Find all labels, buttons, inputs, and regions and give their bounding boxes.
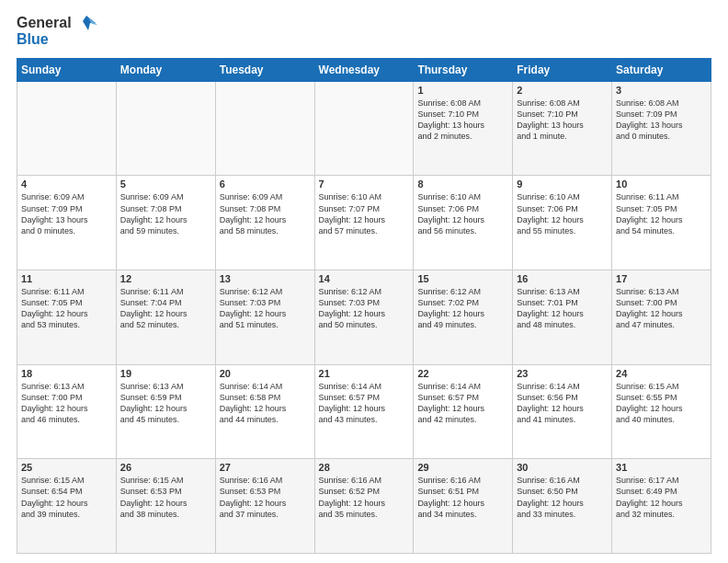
day-number: 30	[517, 462, 608, 473]
day-info: Sunrise: 6:11 AMSunset: 7:05 PMDaylight:…	[616, 192, 683, 235]
calendar-cell: 21Sunrise: 6:14 AMSunset: 6:57 PMDayligh…	[314, 364, 414, 459]
day-info: Sunrise: 6:10 AMSunset: 7:07 PMDaylight:…	[319, 192, 386, 235]
col-tuesday: Tuesday	[215, 58, 314, 81]
day-info: Sunrise: 6:09 AMSunset: 7:08 PMDaylight:…	[220, 192, 287, 235]
calendar-cell: 18Sunrise: 6:13 AMSunset: 7:00 PMDayligh…	[17, 364, 117, 459]
day-info: Sunrise: 6:08 AMSunset: 7:10 PMDaylight:…	[417, 98, 484, 141]
calendar-cell: 22Sunrise: 6:14 AMSunset: 6:57 PMDayligh…	[414, 364, 513, 459]
logo: General Blue	[17, 15, 99, 49]
day-number: 23	[517, 368, 608, 379]
col-thursday: Thursday	[414, 58, 513, 81]
col-saturday: Saturday	[612, 58, 711, 81]
day-info: Sunrise: 6:11 AMSunset: 7:04 PMDaylight:…	[120, 287, 188, 329]
day-number: 26	[120, 462, 211, 473]
day-info: Sunrise: 6:08 AMSunset: 7:09 PMDaylight:…	[616, 98, 683, 141]
calendar-cell: 31Sunrise: 6:17 AMSunset: 6:49 PMDayligh…	[612, 459, 711, 554]
week-row-5: 25Sunrise: 6:15 AMSunset: 6:54 PMDayligh…	[17, 459, 711, 554]
day-number: 20	[220, 368, 311, 379]
day-info: Sunrise: 6:10 AMSunset: 7:06 PMDaylight:…	[417, 192, 484, 235]
day-info: Sunrise: 6:08 AMSunset: 7:10 PMDaylight:…	[517, 98, 584, 141]
col-wednesday: Wednesday	[314, 58, 414, 81]
calendar-cell: 10Sunrise: 6:11 AMSunset: 7:05 PMDayligh…	[612, 176, 711, 270]
day-info: Sunrise: 6:12 AMSunset: 7:02 PMDaylight:…	[417, 287, 484, 329]
day-info: Sunrise: 6:16 AMSunset: 6:53 PMDaylight:…	[220, 476, 287, 518]
calendar-cell: 28Sunrise: 6:16 AMSunset: 6:52 PMDayligh…	[314, 459, 414, 554]
day-number: 6	[220, 178, 311, 190]
day-number: 28	[319, 462, 410, 473]
calendar-cell: 2Sunrise: 6:08 AMSunset: 7:10 PMDaylight…	[513, 81, 612, 176]
calendar-cell	[215, 81, 314, 176]
calendar-cell: 27Sunrise: 6:16 AMSunset: 6:53 PMDayligh…	[215, 459, 314, 554]
page: General Blue Sunday Monday Tuesday Wedne…	[0, 0, 728, 563]
day-number: 13	[220, 273, 311, 284]
calendar-cell: 1Sunrise: 6:08 AMSunset: 7:10 PMDaylight…	[414, 81, 513, 176]
day-number: 5	[120, 178, 211, 190]
calendar-cell: 23Sunrise: 6:14 AMSunset: 6:56 PMDayligh…	[513, 364, 612, 459]
day-number: 18	[21, 368, 112, 379]
day-number: 21	[319, 368, 410, 379]
calendar-cell: 7Sunrise: 6:10 AMSunset: 7:07 PMDaylight…	[314, 176, 414, 270]
day-info: Sunrise: 6:16 AMSunset: 6:51 PMDaylight:…	[417, 476, 484, 518]
calendar-cell: 24Sunrise: 6:15 AMSunset: 6:55 PMDayligh…	[612, 364, 711, 459]
calendar-cell: 14Sunrise: 6:12 AMSunset: 7:03 PMDayligh…	[314, 270, 414, 365]
day-number: 17	[616, 273, 707, 284]
week-row-3: 11Sunrise: 6:11 AMSunset: 7:05 PMDayligh…	[17, 270, 711, 365]
calendar-cell	[17, 81, 117, 176]
calendar-cell: 19Sunrise: 6:13 AMSunset: 6:59 PMDayligh…	[116, 364, 215, 459]
calendar-cell: 11Sunrise: 6:11 AMSunset: 7:05 PMDayligh…	[17, 270, 117, 365]
day-number: 11	[21, 273, 112, 284]
header: General Blue	[17, 15, 711, 49]
calendar-cell	[314, 81, 414, 176]
day-number: 22	[417, 368, 508, 379]
calendar-cell: 5Sunrise: 6:09 AMSunset: 7:08 PMDaylight…	[116, 176, 215, 270]
day-info: Sunrise: 6:14 AMSunset: 6:56 PMDaylight:…	[517, 382, 584, 424]
calendar-cell	[116, 81, 215, 176]
day-number: 9	[517, 178, 608, 190]
day-info: Sunrise: 6:10 AMSunset: 7:06 PMDaylight:…	[517, 192, 584, 235]
day-info: Sunrise: 6:17 AMSunset: 6:49 PMDaylight:…	[616, 476, 683, 518]
calendar-cell: 13Sunrise: 6:12 AMSunset: 7:03 PMDayligh…	[215, 270, 314, 365]
day-info: Sunrise: 6:15 AMSunset: 6:55 PMDaylight:…	[616, 382, 683, 424]
day-number: 7	[319, 178, 410, 190]
calendar-cell: 15Sunrise: 6:12 AMSunset: 7:02 PMDayligh…	[414, 270, 513, 365]
calendar-cell: 12Sunrise: 6:11 AMSunset: 7:04 PMDayligh…	[116, 270, 215, 365]
day-info: Sunrise: 6:16 AMSunset: 6:52 PMDaylight:…	[319, 476, 386, 518]
calendar-cell: 16Sunrise: 6:13 AMSunset: 7:01 PMDayligh…	[513, 270, 612, 365]
day-info: Sunrise: 6:15 AMSunset: 6:53 PMDaylight:…	[120, 476, 188, 518]
day-info: Sunrise: 6:13 AMSunset: 7:01 PMDaylight:…	[517, 287, 584, 329]
day-info: Sunrise: 6:14 AMSunset: 6:57 PMDaylight:…	[417, 382, 484, 424]
calendar-cell: 17Sunrise: 6:13 AMSunset: 7:00 PMDayligh…	[612, 270, 711, 365]
day-number: 15	[417, 273, 508, 284]
day-number: 31	[616, 462, 707, 473]
day-number: 16	[517, 273, 608, 284]
day-number: 24	[616, 368, 707, 379]
day-number: 3	[616, 85, 707, 96]
week-row-1: 1Sunrise: 6:08 AMSunset: 7:10 PMDaylight…	[17, 81, 711, 176]
day-info: Sunrise: 6:13 AMSunset: 7:00 PMDaylight:…	[21, 382, 88, 424]
day-info: Sunrise: 6:13 AMSunset: 6:59 PMDaylight:…	[120, 382, 188, 424]
day-number: 1	[417, 85, 508, 96]
logo-general: General	[17, 15, 72, 31]
day-info: Sunrise: 6:09 AMSunset: 7:09 PMDaylight:…	[21, 192, 88, 235]
day-number: 25	[21, 462, 112, 473]
day-number: 2	[517, 85, 608, 96]
calendar-cell: 6Sunrise: 6:09 AMSunset: 7:08 PMDaylight…	[215, 176, 314, 270]
day-number: 27	[220, 462, 311, 473]
day-info: Sunrise: 6:09 AMSunset: 7:08 PMDaylight:…	[120, 192, 188, 235]
day-number: 10	[616, 178, 707, 190]
day-number: 4	[21, 178, 112, 190]
logo-blue: Blue	[17, 31, 72, 48]
day-number: 29	[417, 462, 508, 473]
day-info: Sunrise: 6:12 AMSunset: 7:03 PMDaylight:…	[220, 287, 287, 329]
week-row-4: 18Sunrise: 6:13 AMSunset: 7:00 PMDayligh…	[17, 364, 711, 459]
day-number: 19	[120, 368, 211, 379]
week-row-2: 4Sunrise: 6:09 AMSunset: 7:09 PMDaylight…	[17, 176, 711, 270]
logo-bird-icon	[74, 14, 99, 43]
calendar-cell: 30Sunrise: 6:16 AMSunset: 6:50 PMDayligh…	[513, 459, 612, 554]
calendar-table: Sunday Monday Tuesday Wednesday Thursday…	[17, 58, 711, 554]
calendar-cell: 29Sunrise: 6:16 AMSunset: 6:51 PMDayligh…	[414, 459, 513, 554]
col-sunday: Sunday	[17, 58, 117, 81]
calendar-cell: 4Sunrise: 6:09 AMSunset: 7:09 PMDaylight…	[17, 176, 117, 270]
calendar-cell: 3Sunrise: 6:08 AMSunset: 7:09 PMDaylight…	[612, 81, 711, 176]
calendar-cell: 26Sunrise: 6:15 AMSunset: 6:53 PMDayligh…	[116, 459, 215, 554]
